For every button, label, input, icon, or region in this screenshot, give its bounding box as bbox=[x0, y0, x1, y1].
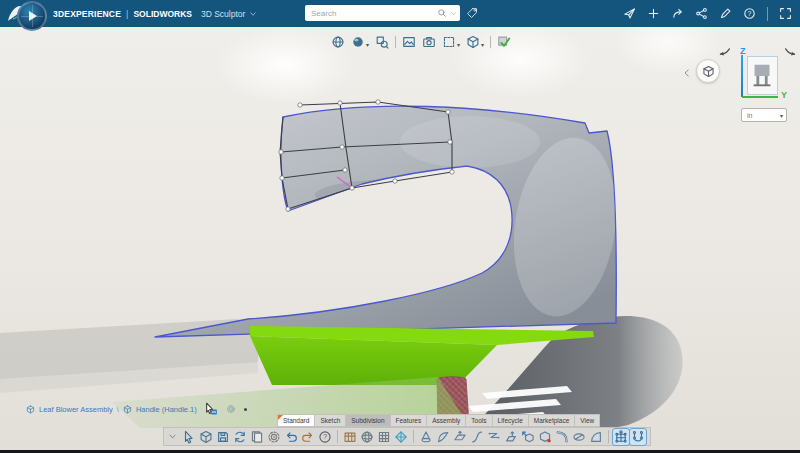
delete-face-cube-icon[interactable] bbox=[537, 429, 553, 445]
design-cube-tool-icon[interactable] bbox=[198, 429, 214, 445]
breadcrumb-current[interactable]: Handle (Handle.1) bbox=[136, 405, 197, 414]
surface-flag-icon[interactable] bbox=[435, 429, 451, 445]
collapse-chevron-icon[interactable] bbox=[682, 64, 692, 74]
search-icon[interactable] bbox=[437, 8, 447, 18]
toolbar-separator bbox=[608, 430, 609, 443]
topbar-right-icons: ? bbox=[623, 0, 792, 27]
tag-icon[interactable] bbox=[466, 7, 478, 19]
toolbar-separator bbox=[413, 430, 414, 443]
save-icon[interactable] bbox=[215, 429, 231, 445]
send-plane-icon[interactable] bbox=[623, 7, 636, 20]
diamond-gem-icon[interactable] bbox=[393, 429, 409, 445]
ghost-sphere-icon bbox=[226, 404, 236, 414]
top-app-bar: 3DEXPERIENCE | SOLIDWORKS 3D Sculptor ? bbox=[0, 0, 800, 27]
view-globe-icon[interactable] bbox=[331, 35, 345, 49]
rotate-cw-icon[interactable] bbox=[782, 46, 799, 61]
tab-view[interactable]: View bbox=[575, 414, 600, 427]
help-icon[interactable]: ? bbox=[743, 7, 756, 20]
axis-y-label: Y bbox=[781, 90, 787, 100]
search-input[interactable] bbox=[305, 8, 437, 19]
toolbar-separator bbox=[337, 430, 338, 443]
brand-solidworks: SOLIDWORKS bbox=[133, 9, 192, 19]
display-style-sphere-icon[interactable]: ▾ bbox=[351, 35, 369, 49]
add-plus-icon[interactable] bbox=[647, 7, 660, 20]
3d-viewport[interactable]: ▾▾▾ Z Y in ▾ Leaf Blower Assembly bbox=[0, 27, 800, 450]
context-dot bbox=[244, 408, 247, 411]
view-mode-cube-icon[interactable]: ▾ bbox=[466, 35, 484, 49]
global-search bbox=[305, 5, 460, 21]
copy-sheets-icon[interactable] bbox=[249, 429, 265, 445]
bend-tube-icon[interactable] bbox=[554, 429, 570, 445]
settings-gear-icon[interactable] bbox=[266, 429, 282, 445]
face-patch-icon[interactable] bbox=[452, 429, 468, 445]
sphere-primitive-icon[interactable] bbox=[359, 429, 375, 445]
axis-y-line bbox=[742, 96, 778, 98]
app-title: 3DEXPERIENCE | SOLIDWORKS 3D Sculptor bbox=[53, 0, 257, 27]
cursor-badge-icon bbox=[204, 402, 218, 416]
app-name: 3D Sculptor bbox=[201, 9, 245, 19]
viewport-toolbar: ▾▾▾ bbox=[331, 35, 511, 49]
brand-3dexperience: 3DEXPERIENCE bbox=[53, 9, 121, 19]
tab-marketplace[interactable]: Marketplace bbox=[529, 414, 575, 427]
svg-text:?: ? bbox=[323, 432, 327, 441]
units-dropdown[interactable]: in ▾ bbox=[741, 108, 787, 122]
zoom-area-icon[interactable] bbox=[375, 35, 389, 49]
tab-tools[interactable]: Tools bbox=[466, 414, 492, 427]
tab-assembly[interactable]: Assembly bbox=[427, 414, 466, 427]
help-circle-icon[interactable]: ? bbox=[317, 429, 333, 445]
breadcrumb-root[interactable]: Leaf Blower Assembly bbox=[39, 405, 113, 414]
rotate-ccw-icon[interactable] bbox=[716, 46, 733, 61]
tab-sketch[interactable]: Sketch bbox=[315, 414, 346, 427]
primitive-top-icon[interactable] bbox=[418, 429, 434, 445]
tab-standard[interactable]: Standard bbox=[277, 414, 315, 427]
validate-check-icon[interactable] bbox=[497, 35, 511, 49]
toolbar-overflow-chevron-icon[interactable] bbox=[168, 432, 177, 441]
topbar-separator bbox=[767, 7, 768, 21]
3dexperience-compass[interactable] bbox=[17, 1, 47, 31]
spline-curve-icon[interactable] bbox=[469, 429, 485, 445]
action-bar-tabs: StandardSketchSubdivisionFeaturesAssembl… bbox=[277, 414, 600, 427]
compass-quadrants bbox=[21, 5, 43, 27]
polyline-icon[interactable] bbox=[486, 429, 502, 445]
view-cube-button[interactable] bbox=[696, 59, 720, 83]
capture-image-icon[interactable] bbox=[402, 35, 416, 49]
breadcrumb: Leaf Blower Assembly \ Handle (Handle.1) bbox=[26, 402, 247, 416]
redo-icon[interactable] bbox=[300, 429, 316, 445]
shell-wedge-icon[interactable] bbox=[588, 429, 604, 445]
section-view-icon[interactable] bbox=[422, 35, 436, 49]
share-network-icon[interactable] bbox=[695, 7, 708, 20]
show-cage-box-icon[interactable] bbox=[342, 429, 358, 445]
box-primitive-icon[interactable] bbox=[376, 429, 392, 445]
app-switcher-chevron-icon[interactable] bbox=[249, 10, 257, 18]
tab-lifecycle[interactable]: Lifecycle bbox=[493, 414, 529, 427]
extrude-cube-arrow-icon[interactable] bbox=[520, 429, 536, 445]
units-value: in bbox=[747, 112, 752, 119]
cage-display-icon[interactable] bbox=[613, 429, 629, 445]
select-cursor-tool-icon[interactable] bbox=[181, 429, 197, 445]
svg-text:?: ? bbox=[748, 10, 752, 17]
3d-viewport-scene bbox=[0, 27, 800, 450]
tab-features[interactable]: Features bbox=[391, 414, 428, 427]
axis-z-line bbox=[741, 55, 743, 97]
units-chevron-icon: ▾ bbox=[780, 112, 783, 119]
action-bar: StandardSketchSubdivisionFeaturesAssembl… bbox=[163, 427, 651, 446]
selection-filter-icon[interactable]: ▾ bbox=[442, 35, 460, 49]
part-cube-icon bbox=[123, 405, 132, 414]
toolbar-separator bbox=[395, 36, 396, 48]
sync-refresh-icon[interactable] bbox=[232, 429, 248, 445]
split-disc-icon[interactable] bbox=[571, 429, 587, 445]
tab-subdivision[interactable]: Subdivision bbox=[346, 414, 390, 427]
share-forward-icon[interactable] bbox=[671, 7, 684, 20]
brand-divider: | bbox=[126, 9, 128, 19]
solidworks-3d-sculptor-window: 3DEXPERIENCE | SOLIDWORKS 3D Sculptor ? bbox=[0, 0, 800, 453]
orientation-preview-thumbnail[interactable] bbox=[747, 56, 778, 95]
search-options-chevron-icon[interactable] bbox=[450, 10, 457, 17]
assembly-cube-icon bbox=[26, 405, 35, 414]
undo-icon[interactable] bbox=[283, 429, 299, 445]
action-bar-tools: ? bbox=[163, 427, 651, 446]
sculpt-pull-icon[interactable] bbox=[503, 429, 519, 445]
toolbar-separator bbox=[490, 36, 491, 48]
ink-pen-icon[interactable] bbox=[719, 7, 732, 20]
cage-edit-icon[interactable] bbox=[630, 429, 646, 445]
fullscreen-icon[interactable] bbox=[779, 7, 792, 20]
